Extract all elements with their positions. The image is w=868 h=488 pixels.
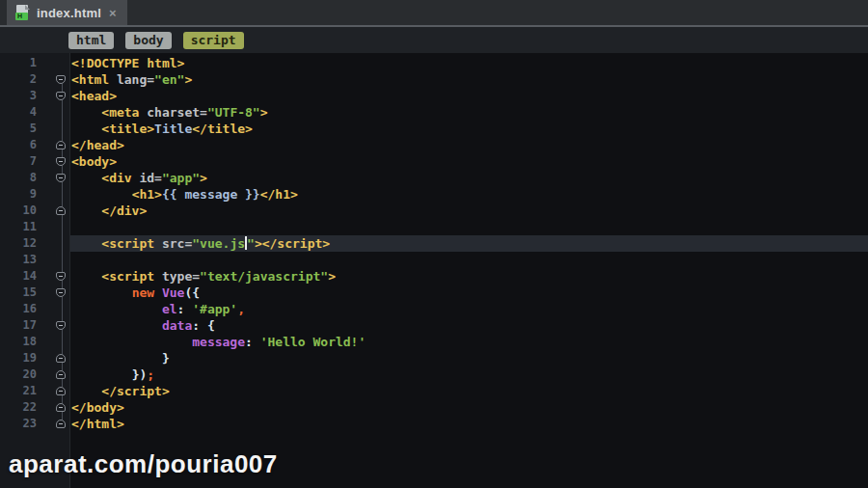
code-line[interactable]: 15 new Vue({ [0, 285, 868, 301]
code-line[interactable]: 13 [0, 252, 868, 268]
code-text [70, 219, 868, 235]
fold-column [37, 268, 70, 285]
fold-column [37, 285, 70, 301]
code-line[interactable]: 1<!DOCTYPE html> [0, 55, 868, 71]
fold-open-icon[interactable] [56, 174, 66, 182]
code-line[interactable]: 20 }); [0, 366, 868, 383]
code-line[interactable]: 4 <meta charset="UTF-8"> [0, 104, 868, 121]
fold-close-icon[interactable] [56, 370, 66, 379]
code-line[interactable]: 11 [0, 219, 868, 235]
code-line[interactable]: 17 data: { [0, 317, 868, 334]
code-line[interactable]: 8 <div id="app"> [0, 170, 868, 186]
code-text: <!DOCTYPE html> [70, 55, 868, 71]
code-text: </body> [70, 399, 868, 416]
code-line[interactable]: 23</html> [0, 416, 868, 432]
line-number: 22 [0, 399, 37, 416]
fold-column [37, 399, 70, 416]
fold-column [37, 71, 70, 88]
fold-column [37, 350, 70, 366]
fold-column [37, 88, 70, 104]
code-text [70, 252, 868, 268]
html-file-icon: H [15, 5, 30, 20]
code-line[interactable]: 7<body> [0, 153, 868, 170]
fold-open-icon[interactable] [56, 272, 66, 281]
code-text: <meta charset="UTF-8"> [70, 104, 868, 121]
code-text: </div> [70, 203, 868, 219]
watermark-text: aparat.com/pouria007 [9, 449, 278, 479]
code-line[interactable]: 21 </script> [0, 383, 868, 399]
line-number: 21 [0, 383, 37, 399]
code-line[interactable]: 19 } [0, 350, 868, 366]
fold-open-icon[interactable] [56, 92, 66, 100]
code-line[interactable]: 6</head> [0, 137, 868, 153]
fold-column [37, 383, 70, 399]
line-number: 7 [0, 153, 37, 170]
fold-column [37, 137, 70, 153]
fold-open-icon[interactable] [56, 157, 66, 166]
code-text: </script> [70, 383, 868, 399]
tab-bar: H index.html × [0, 0, 868, 25]
fold-column [37, 55, 70, 71]
code-line[interactable]: 3<head> [0, 88, 868, 104]
breadcrumb-script[interactable]: script [183, 32, 244, 49]
breadcrumb-html[interactable]: html [68, 32, 114, 49]
fold-column [37, 186, 70, 203]
fold-column [37, 252, 70, 268]
code-text: new Vue({ [70, 285, 868, 301]
code-text: message: 'Hello World!' [70, 334, 868, 350]
fold-open-icon[interactable] [56, 288, 66, 297]
line-number: 2 [0, 71, 37, 88]
tab-index-html[interactable]: H index.html × [7, 0, 127, 25]
line-number: 23 [0, 416, 37, 432]
code-text: <title>Title</title> [70, 121, 868, 137]
fold-close-icon[interactable] [56, 354, 66, 363]
code-line[interactable]: 18 message: 'Hello World!' [0, 334, 868, 350]
line-number: 5 [0, 121, 37, 137]
line-number: 3 [0, 88, 37, 104]
code-line[interactable]: 12 <script src="vue.js"></script> [0, 235, 868, 252]
fold-column [37, 170, 70, 186]
code-text: </html> [70, 416, 868, 432]
fold-column [37, 334, 70, 350]
fold-close-icon[interactable] [56, 206, 66, 215]
fold-open-icon[interactable] [56, 75, 66, 84]
code-line[interactable]: 14 <script type="text/javascript"> [0, 268, 868, 285]
line-number: 10 [0, 203, 37, 219]
line-number: 20 [0, 366, 37, 383]
close-icon[interactable]: × [108, 7, 118, 19]
code-text: data: { [70, 317, 868, 334]
code-line[interactable]: 2<html lang="en"> [0, 71, 868, 88]
code-text: </head> [70, 137, 868, 153]
code-editor[interactable]: 1<!DOCTYPE html>2<html lang="en">3<head>… [0, 53, 868, 488]
fold-column [37, 317, 70, 334]
line-number: 12 [0, 235, 37, 252]
code-line[interactable]: 9 <h1>{{ message }}</h1> [0, 186, 868, 203]
line-number: 15 [0, 285, 37, 301]
line-number: 8 [0, 170, 37, 186]
fold-column [37, 366, 70, 383]
line-number: 4 [0, 104, 37, 121]
code-text: <script src="vue.js"></script> [70, 235, 868, 252]
code-text: }); [70, 366, 868, 383]
code-line[interactable]: 5 <title>Title</title> [0, 121, 868, 137]
code-text: } [70, 350, 868, 366]
ide-window: H index.html × htmlbodyscript 1<!DOCTYPE… [0, 0, 868, 488]
code-line[interactable]: 16 el: '#app', [0, 301, 868, 317]
line-number: 11 [0, 219, 37, 235]
fold-close-icon[interactable] [56, 387, 66, 395]
fold-close-icon[interactable] [56, 141, 66, 149]
fold-open-icon[interactable] [56, 321, 66, 330]
fold-column [37, 104, 70, 121]
fold-column [37, 235, 70, 252]
code-text: <div id="app"> [70, 170, 868, 186]
fold-close-icon[interactable] [56, 403, 66, 412]
line-number: 14 [0, 268, 37, 285]
code-line[interactable]: 10 </div> [0, 203, 868, 219]
fold-column [37, 301, 70, 317]
fold-close-icon[interactable] [56, 420, 66, 428]
breadcrumb-body[interactable]: body [125, 32, 171, 49]
fold-column [37, 219, 70, 235]
code-line[interactable]: 22</body> [0, 399, 868, 416]
code-text: <script type="text/javascript"> [70, 268, 868, 285]
line-number: 18 [0, 334, 37, 350]
